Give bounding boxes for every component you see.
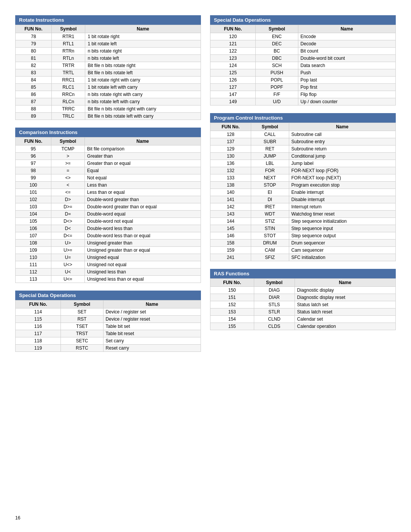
special-data-left-title: Special Data Operations	[15, 291, 201, 300]
table-cell: Device / register reset	[103, 316, 201, 323]
table-cell: 154	[210, 316, 254, 323]
table-cell: 146	[210, 232, 251, 240]
table-row: 133NEXTFOR-NEXT loop (NEXT)	[210, 174, 396, 182]
program-control-table: FUN No. Symbol Name 128CALLSubroutine ca…	[210, 123, 396, 261]
table-row: 89TRLCBit file n bits rotate left with c…	[16, 113, 201, 120]
special-data-right-title: Special Data Operations	[210, 15, 396, 25]
table-cell: 127	[210, 84, 256, 91]
program-control-section: Program Control Instructions FUN No. Sym…	[210, 113, 396, 261]
table-cell: 152	[210, 301, 254, 308]
table-cell: RSTC	[61, 345, 103, 352]
table-cell: 153	[210, 308, 254, 316]
table-cell: STLR	[254, 308, 295, 316]
table-cell: Unsigned less than or equal	[84, 276, 201, 283]
col-name: Name	[85, 25, 201, 33]
table-cell: BC	[256, 48, 298, 55]
table-cell: Status latch reset	[295, 308, 395, 316]
ras-functions-title: RAS Functions	[210, 269, 396, 278]
table-row: 153STLRStatus latch reset	[210, 308, 396, 316]
col-symbol: Symbol	[61, 300, 103, 308]
table-cell: TRTR	[51, 62, 85, 69]
table-cell: DIAR	[254, 294, 295, 301]
table-cell: 155	[210, 323, 254, 330]
table-row: 138STOPProgram execution stop	[210, 182, 396, 189]
table-row: 159CAMCam sequencer	[210, 247, 396, 254]
table-cell: Jump label	[289, 160, 395, 167]
table-cell: 145	[210, 225, 251, 232]
table-cell: Push	[298, 69, 395, 77]
col-symbol: Symbol	[51, 25, 85, 33]
program-control-header-row: FUN No. Symbol Name	[210, 123, 396, 131]
table-cell: 89	[16, 113, 52, 120]
table-cell: 111	[16, 261, 51, 268]
table-row: 151DIARDiagnostic display reset	[210, 294, 396, 301]
table-cell: SETC	[61, 337, 103, 345]
table-cell: RET	[251, 145, 289, 153]
table-cell: U=	[51, 254, 85, 261]
table-cell: <>	[51, 174, 85, 182]
table-cell: 100	[16, 182, 51, 189]
right-column: Special Data Operations FUN No. Symbol N…	[210, 15, 396, 330]
table-cell: 116	[16, 323, 61, 330]
table-row: 97>=Greater than or equal	[16, 160, 201, 167]
table-row: 147F/FFlip flop	[210, 91, 396, 98]
table-cell: POPL	[256, 77, 298, 84]
table-row: 123DBCDouble-word bit count	[210, 55, 396, 62]
table-cell: PUSH	[256, 69, 298, 77]
table-cell: FOR-NEXT loop (NEXT)	[289, 174, 395, 182]
table-cell: IRET	[251, 203, 289, 211]
table-cell: 143	[210, 211, 251, 218]
table-row: 124SCHData search	[210, 62, 396, 69]
table-row: 114SETDevice / register set	[16, 308, 201, 316]
table-cell: 107	[16, 232, 51, 240]
table-cell: 149	[210, 98, 256, 105]
table-cell: 1 bit rotate left	[85, 40, 201, 48]
table-cell: 102	[16, 196, 51, 203]
table-cell: Unsigned not equal	[84, 261, 201, 268]
table-row: 111U<>Unsigned not equal	[16, 261, 201, 268]
table-row: 118SETCSet carry	[16, 337, 201, 345]
table-cell: RTLn	[51, 55, 85, 62]
table-cell: U<>	[51, 261, 85, 268]
table-cell: Device / register set	[103, 308, 201, 316]
table-row: 140EIEnable interrupt	[210, 189, 396, 196]
table-row: 241SFIZSFC initialization	[210, 254, 396, 261]
table-cell: CALL	[251, 131, 289, 138]
table-cell: U>=	[51, 247, 85, 254]
table-cell: Equal	[84, 167, 201, 174]
table-cell: Status latch set	[295, 301, 395, 308]
table-cell: Diagnostic display	[295, 287, 395, 294]
table-cell: Bit count	[298, 48, 395, 55]
table-cell: <	[51, 182, 85, 189]
table-cell: Subroutine call	[289, 131, 395, 138]
table-row: 152STLSStatus latch set	[210, 301, 396, 308]
table-row: 115RSTDevice / register reset	[16, 316, 201, 323]
table-cell: 112	[16, 268, 51, 276]
comparison-instructions-title: Comparison Instructions	[15, 128, 201, 137]
table-cell: 129	[210, 145, 251, 153]
table-cell: TCMP	[51, 145, 85, 153]
table-row: 101<=Less than or equal	[16, 189, 201, 196]
table-cell: Drum sequencer	[289, 240, 395, 247]
table-cell: 106	[16, 225, 51, 232]
table-cell: RTRn	[51, 48, 85, 55]
table-cell: 133	[210, 174, 251, 182]
table-cell: SUBR	[251, 138, 289, 145]
table-cell: Double-word greater than or equal	[84, 203, 201, 211]
table-cell: Less than	[84, 182, 201, 189]
program-control-title: Program Control Instructions	[210, 113, 396, 123]
table-cell: DI	[251, 196, 289, 203]
table-cell: n bits rotate left	[85, 55, 201, 62]
table-cell: 132	[210, 167, 251, 174]
col-fun-no: FUN No.	[210, 25, 256, 33]
table-cell: STOP	[251, 182, 289, 189]
table-cell: RRC1	[51, 77, 85, 84]
table-cell: Watchdog timer reset	[289, 211, 395, 218]
table-cell: Set carry	[103, 337, 201, 345]
table-row: 81RTLnn bits rotate left	[16, 55, 201, 62]
table-cell: Greater than or equal	[84, 160, 201, 167]
table-cell: CAM	[251, 247, 289, 254]
table-row: 120ENCEncode	[210, 33, 396, 40]
table-cell: Double-word equal	[84, 211, 201, 218]
table-cell: Enable interrupt	[289, 189, 395, 196]
